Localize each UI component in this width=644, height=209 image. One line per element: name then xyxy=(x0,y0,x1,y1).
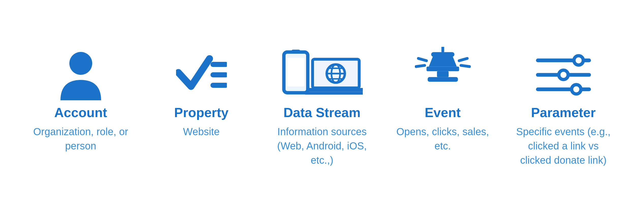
svg-line-21 xyxy=(418,58,426,61)
event-icon xyxy=(415,42,471,100)
svg-line-24 xyxy=(461,65,469,67)
account-column: Account Organization, role, or person xyxy=(20,42,141,153)
parameter-column: Parameter Specific events (e.g., clicked… xyxy=(503,42,624,167)
svg-rect-7 xyxy=(287,58,304,87)
datastream-title: Data Stream xyxy=(284,105,360,120)
svg-rect-16 xyxy=(304,92,363,94)
svg-line-23 xyxy=(459,58,467,61)
parameter-desc: Specific events (e.g., clicked a link vs… xyxy=(515,124,612,167)
svg-point-0 xyxy=(69,52,92,75)
account-icon xyxy=(58,42,104,100)
event-desc: Opens, clicks, sales, etc. xyxy=(395,124,491,153)
account-title: Account xyxy=(54,105,107,120)
datastream-icon xyxy=(281,42,363,100)
svg-rect-19 xyxy=(437,71,449,77)
svg-point-29 xyxy=(559,70,568,80)
property-title: Property xyxy=(174,105,229,120)
event-column: Event Opens, clicks, sales, etc. xyxy=(382,42,503,153)
property-icon xyxy=(176,42,227,100)
parameter-title: Parameter xyxy=(531,105,595,120)
datastream-desc: Information sources (Web, Android, iOS, … xyxy=(274,124,370,167)
svg-point-27 xyxy=(574,56,583,65)
account-desc: Organization, role, or person xyxy=(33,124,129,153)
parameter-icon xyxy=(536,42,591,100)
svg-rect-18 xyxy=(426,66,459,71)
event-title: Event xyxy=(425,105,461,120)
svg-point-31 xyxy=(572,85,581,94)
property-desc: Website xyxy=(183,124,220,139)
svg-rect-17 xyxy=(431,52,454,57)
svg-rect-6 xyxy=(291,50,300,52)
datastream-column: Data Stream Information sources (Web, An… xyxy=(262,42,382,167)
property-column: Property Website xyxy=(141,42,262,139)
main-container: Account Organization, role, or person Pr… xyxy=(0,32,644,177)
svg-rect-20 xyxy=(428,77,458,82)
svg-rect-15 xyxy=(306,88,363,92)
svg-line-22 xyxy=(416,65,425,67)
